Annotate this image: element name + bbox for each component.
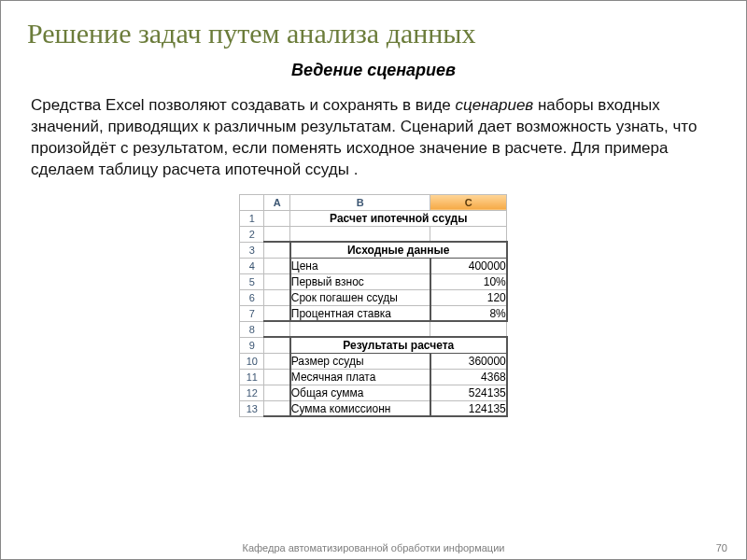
row-head: 3	[240, 242, 264, 258]
cell-value: 120	[430, 289, 507, 305]
cell-label: Общая сумма	[290, 385, 430, 400]
slide-title: Решение задач путем анализа данных	[27, 18, 720, 49]
row-head: 1	[240, 210, 264, 226]
row-head: 6	[240, 289, 264, 305]
section-input: Исходные данные	[290, 242, 507, 258]
cell-label: Цена	[290, 258, 430, 273]
col-header-b: B	[290, 194, 430, 210]
slide: Решение задач путем анализа данных Веден…	[0, 0, 747, 560]
cell-value: 400000	[430, 258, 507, 273]
col-header-c: C	[430, 194, 507, 210]
excel-screenshot: A B C 1 Расчет ипотечной ссуды 2 3 Исход…	[27, 194, 720, 418]
row-head: 7	[240, 305, 264, 321]
body-italic: сценариев	[455, 96, 533, 114]
row-head: 10	[240, 353, 264, 369]
cell-label: Процентная ставка	[290, 305, 430, 321]
row-head: 5	[240, 273, 264, 289]
row-1: 1 Расчет ипотечной ссуды	[240, 210, 507, 226]
row-11: 11 Месячная плата 4368	[240, 369, 507, 385]
col-header-a: A	[264, 194, 290, 210]
row-7: 7 Процентная ставка 8%	[240, 305, 507, 321]
cell-value: 10%	[430, 273, 507, 289]
cell-value: 8%	[430, 305, 507, 321]
select-all-corner	[240, 194, 264, 210]
row-head: 8	[240, 321, 264, 337]
sheet-title: Расчет ипотечной ссуды	[290, 210, 507, 226]
row-12: 12 Общая сумма 524135	[240, 385, 507, 400]
cell-value: 4368	[430, 369, 507, 385]
row-10: 10 Размер ссуды 360000	[240, 353, 507, 369]
row-2: 2	[240, 226, 507, 242]
row-head: 4	[240, 258, 264, 273]
page-number: 70	[716, 542, 727, 553]
row-13: 13 Сумма комиссионн 124135	[240, 400, 507, 416]
row-3: 3 Исходные данные	[240, 242, 507, 258]
cell-value: 524135	[430, 385, 507, 400]
column-header-row: A B C	[240, 194, 507, 210]
row-head: 12	[240, 385, 264, 400]
slide-body: Средства Excel позволяют создавать и сох…	[31, 95, 716, 181]
slide-subtitle: Ведение сценариев	[27, 61, 720, 80]
cell-label: Срок погашен ссуды	[290, 289, 430, 305]
cell-label: Месячная плата	[290, 369, 430, 385]
cell-label: Размер ссуды	[290, 353, 430, 369]
row-head: 9	[240, 337, 264, 353]
cell-value: 360000	[430, 353, 507, 369]
cell-label: Сумма комиссионн	[290, 400, 430, 416]
row-head: 13	[240, 400, 264, 416]
footer-text: Кафедра автоматизированной обработки инф…	[1, 542, 746, 553]
row-9: 9 Результаты расчета	[240, 337, 507, 353]
excel-grid: A B C 1 Расчет ипотечной ссуды 2 3 Исход…	[239, 194, 508, 418]
body-pre: Средства Excel позволяют создавать и сох…	[31, 96, 455, 114]
row-4: 4 Цена 400000	[240, 258, 507, 273]
row-head: 2	[240, 226, 264, 242]
row-8: 8	[240, 321, 507, 337]
cell-label: Первый взнос	[290, 273, 430, 289]
section-results: Результаты расчета	[290, 337, 507, 353]
cell-value: 124135	[430, 400, 507, 416]
row-6: 6 Срок погашен ссуды 120	[240, 289, 507, 305]
row-head: 11	[240, 369, 264, 385]
row-5: 5 Первый взнос 10%	[240, 273, 507, 289]
